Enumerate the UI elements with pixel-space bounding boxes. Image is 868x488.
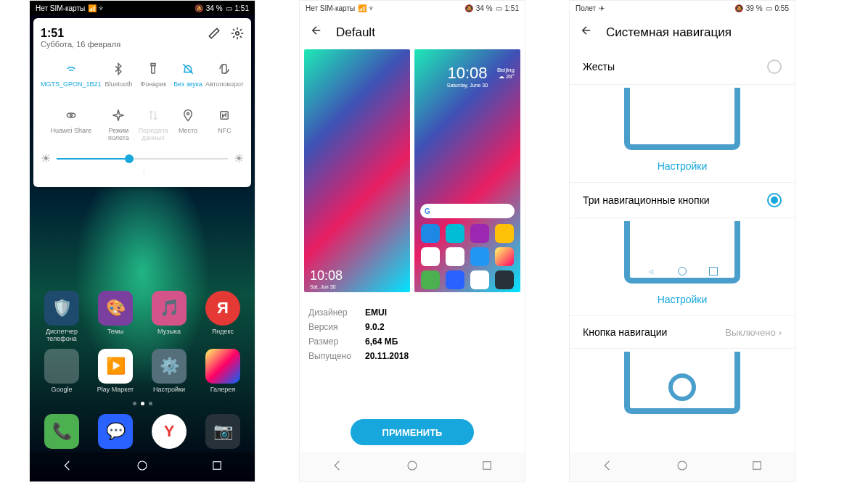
settings-link[interactable]: Настройки <box>570 284 795 316</box>
phone-system-navigation: Полет ✈ 🔕 39 % ▭ 0:55 Системная навигаци… <box>569 0 795 482</box>
svg-rect-11 <box>753 462 761 470</box>
brightness-high-icon: ☀ <box>234 152 244 165</box>
nav-bar <box>30 452 255 481</box>
qs-tile-share[interactable]: Huawei Share <box>41 102 102 146</box>
svg-point-10 <box>678 461 687 470</box>
header: Системная навигация <box>570 15 795 49</box>
nav-back-icon[interactable] <box>331 459 344 475</box>
brightness-slider[interactable]: ☀ ☀ <box>41 152 244 165</box>
preview-nav-dot <box>624 352 740 414</box>
status-bar: Нет SIM-карты 📶 ᯤ 🔕 34 % ▭ 1:51 <box>30 1 255 15</box>
settings-link[interactable]: Настройки <box>570 150 795 183</box>
preview-gestures <box>624 88 740 150</box>
radio-checked <box>767 193 782 207</box>
app-google-folder[interactable]: Google <box>40 349 83 393</box>
page-title: Default <box>336 25 375 40</box>
bluetooth-icon <box>110 60 127 78</box>
data-icon <box>144 107 162 124</box>
app-dialer[interactable]: 📞 <box>40 414 83 449</box>
sim-status: Нет SIM-карты <box>306 4 355 12</box>
app-themes[interactable]: 🎨Темы <box>94 291 137 342</box>
qs-tile-airplane[interactable]: Режим полета <box>102 102 136 146</box>
airplane-icon <box>110 107 127 124</box>
preview-three-buttons: ◁ <box>624 221 740 284</box>
brightness-low-icon: ☀ <box>41 152 51 165</box>
mute-icon <box>179 60 197 78</box>
qs-tile-flashlight[interactable]: Фонарик <box>136 56 171 99</box>
app-play-store[interactable]: ▶️Play Маркет <box>94 349 137 393</box>
page-title: Системная навигация <box>606 25 732 40</box>
page-indicator <box>30 402 255 405</box>
header: Default <box>300 15 525 49</box>
status-time: 1:51 <box>505 4 519 12</box>
app-settings[interactable]: ⚙️Настройки <box>147 349 191 393</box>
gear-icon[interactable] <box>231 27 244 43</box>
sim-status: Нет SIM-карты <box>36 4 85 12</box>
option-three-buttons[interactable]: Три навигационные кнопки <box>570 183 795 218</box>
battery-pct: 34 % <box>476 4 493 12</box>
dock-row: 📞 💬 Y 📷 <box>30 414 255 449</box>
back-icon[interactable] <box>580 24 593 41</box>
battery-pct: 34 % <box>206 4 223 12</box>
qs-tile-rotate[interactable]: Автоповорот <box>205 56 244 99</box>
nav-home-icon[interactable] <box>406 459 419 475</box>
app-browser[interactable]: Y <box>147 414 191 449</box>
svg-point-3 <box>70 115 72 117</box>
qs-tiles-grid: MGTS_GPON_1B21 Bluetooth Фонарик Без зву… <box>41 56 244 146</box>
status-bar: Полет ✈ 🔕 39 % ▭ 0:55 <box>570 1 795 15</box>
quick-settings-panel: 1:51 Суббота, 16 февраля MGTS_GPON_1B21 … <box>33 18 251 187</box>
nav-bar <box>300 452 525 481</box>
edit-icon[interactable] <box>208 27 221 43</box>
rotate-icon <box>216 60 233 78</box>
theme-previews: 10:08 Sat, Jun 30 10:08Saturday, June 30… <box>300 49 525 292</box>
preview-lockscreen[interactable]: 10:08 Sat, Jun 30 <box>304 49 410 292</box>
option-gestures[interactable]: Жесты <box>570 49 795 85</box>
google-search-bar: G <box>420 204 515 218</box>
app-gallery[interactable]: Галерея <box>201 349 245 393</box>
app-camera[interactable]: 📷 <box>201 414 245 449</box>
nav-home-icon[interactable] <box>136 459 149 475</box>
battery-pct: 39 % <box>746 4 763 12</box>
nav-bar <box>570 452 795 481</box>
nav-recent-icon[interactable] <box>750 459 763 475</box>
qs-tile-mute[interactable]: Без звука <box>171 56 205 99</box>
status-time: 0:55 <box>775 4 789 12</box>
chevron-right-icon: › <box>779 327 782 338</box>
nfc-icon <box>216 107 233 124</box>
share-icon <box>62 107 80 124</box>
nav-home-icon[interactable] <box>676 459 689 475</box>
flight-mode-label: Полет <box>576 4 596 12</box>
app-phone-manager[interactable]: 🛡️Диспетчер телефона <box>40 291 83 342</box>
apply-button[interactable]: ПРИМЕНИТЬ <box>351 419 474 445</box>
option-nav-dot[interactable]: Кнопка навигации Выключено› <box>570 316 795 349</box>
theme-info: ДизайнерEMUI Версия9.0.2 Размер6,64 МБ В… <box>300 292 525 363</box>
svg-point-6 <box>138 461 147 470</box>
nav-recent-icon[interactable] <box>480 459 494 475</box>
qs-time: 1:51 <box>41 27 120 40</box>
svg-point-0 <box>236 32 239 36</box>
nav-recent-icon[interactable] <box>210 459 224 475</box>
nav-back-icon[interactable] <box>601 459 614 475</box>
app-yandex[interactable]: ЯЯндекс <box>201 291 245 342</box>
back-icon[interactable] <box>310 24 323 41</box>
qs-tile-nfc[interactable]: NFC <box>205 102 244 146</box>
svg-point-4 <box>187 112 189 115</box>
qs-tile-wifi[interactable]: MGTS_GPON_1B21 <box>41 56 102 99</box>
phone-theme-detail: Нет SIM-карты 📶 ᯤ 🔕 34 % ▭ 1:51 Default … <box>299 0 525 482</box>
qs-tile-data[interactable]: Передача данных <box>136 102 171 146</box>
qs-tile-bluetooth[interactable]: Bluetooth <box>102 56 136 99</box>
svg-rect-9 <box>483 462 491 470</box>
svg-rect-7 <box>213 462 221 470</box>
app-messages[interactable]: 💬 <box>94 414 137 449</box>
app-music[interactable]: 🎵Музыка <box>147 291 191 342</box>
app-row-2: Google ▶️Play Маркет ⚙️Настройки Галерея <box>30 349 255 393</box>
preview-homescreen[interactable]: 10:08Saturday, June 30 Beijing☁ 28° G <box>414 49 520 292</box>
nav-back-icon[interactable] <box>61 459 74 475</box>
location-icon <box>179 107 197 124</box>
svg-point-8 <box>408 461 417 470</box>
svg-rect-2 <box>222 65 226 73</box>
flashlight-icon <box>144 60 162 78</box>
qs-tile-location[interactable]: Место <box>171 102 205 146</box>
status-time: 1:51 <box>235 4 249 12</box>
expand-handle[interactable]: 〈 <box>41 168 244 178</box>
